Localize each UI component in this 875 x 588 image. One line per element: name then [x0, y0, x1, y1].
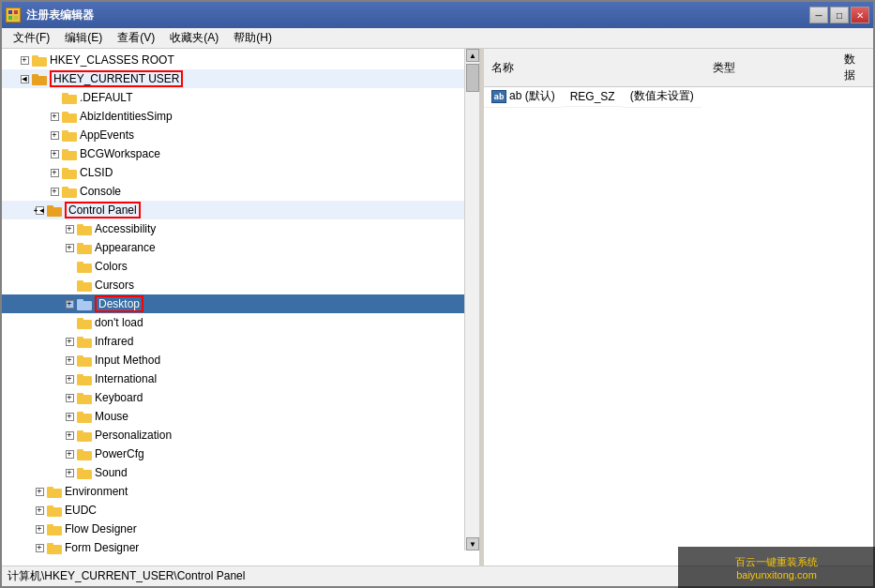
expand-keyboard[interactable]: + — [62, 390, 77, 405]
scroll-down[interactable]: ▼ — [466, 537, 479, 550]
tree-node-abiz[interactable]: + AbizIdentitiesSimp — [2, 107, 479, 126]
label-desktop: Desktop — [98, 297, 140, 310]
close-button[interactable]: ✕ — [851, 7, 869, 23]
tree-node-dontload[interactable]: don't load — [2, 313, 479, 332]
expand-console[interactable]: + — [47, 184, 62, 199]
tree-node-flowdesigner[interactable]: + Flow Designer — [2, 520, 479, 538]
svg-rect-45 — [77, 430, 83, 434]
label-default: .DEFAULT — [80, 91, 132, 104]
folder-icon-clsid — [62, 166, 77, 179]
scroll-thumb[interactable] — [466, 64, 479, 92]
tree-node-appevents[interactable]: + AppEvents — [2, 126, 479, 144]
expand-mouse[interactable]: + — [62, 409, 77, 424]
status-bar: 计算机\HKEY_CURRENT_USER\Control Panel 百云一键… — [2, 565, 873, 586]
svg-rect-33 — [77, 318, 83, 322]
menu-view[interactable]: 查看(V) — [110, 28, 162, 48]
tree-node-sound[interactable]: + Sound — [2, 463, 479, 482]
label-bcgworkspace: BCGWorkspace — [80, 147, 160, 160]
label-colors: Colors — [95, 260, 128, 273]
tree-panel[interactable]: + HKEY_CLASSES ROOT ◄ — [2, 49, 480, 565]
tree-node-hkey-classes-root[interactable]: + HKEY_CLASSES ROOT — [2, 51, 479, 69]
tree-node-keyboard[interactable]: + Keyboard — [2, 388, 479, 407]
label-control-panel: Control Panel — [68, 204, 137, 217]
folder-icon-bcgworkspace — [62, 147, 77, 160]
folder-icon-console — [62, 185, 77, 198]
expand-bcgworkspace[interactable]: + — [47, 146, 62, 161]
expand-abiz[interactable]: + — [47, 109, 62, 124]
folder-icon-sound — [77, 466, 92, 479]
svg-rect-11 — [62, 112, 68, 115]
minimize-button[interactable]: ─ — [809, 7, 828, 23]
scroll-up[interactable]: ▲ — [466, 49, 479, 62]
table-row[interactable]: ab ab (默认) REG_SZ (数值未设置) — [484, 87, 705, 106]
reg-val-ab-icon: ab — [491, 90, 506, 103]
label-console: Console — [80, 185, 121, 198]
tree-node-powercfg[interactable]: + PowerCfg — [2, 445, 479, 463]
status-text: 计算机\HKEY_CURRENT_USER\Control Panel — [8, 568, 245, 584]
tree-node-desktop[interactable]: + Desktop — [2, 294, 479, 313]
expand-appevents[interactable]: + — [47, 128, 62, 143]
svg-rect-31 — [77, 299, 83, 303]
expand-flowdesigner[interactable]: + — [32, 521, 47, 536]
folder-icon-international — [77, 372, 92, 385]
row-name: ab ab (默认) — [484, 85, 563, 108]
expand-control-panel[interactable]: +◄ — [32, 203, 47, 218]
expand-international[interactable]: + — [62, 371, 77, 386]
expand-environment[interactable]: + — [32, 484, 47, 499]
tree-node-appearance[interactable]: + Appearance — [2, 238, 479, 257]
right-panel: 名称 类型 数据 ab ab (默认) REG_SZ (数值未设置) — [484, 49, 873, 565]
tree-node-control-panel[interactable]: +◄ Control Panel — [2, 201, 479, 219]
label-keyboard: Keyboard — [95, 391, 143, 404]
expand-clsid[interactable]: + — [47, 165, 62, 180]
tree-node-inputmethod[interactable]: + Input Method — [2, 351, 479, 369]
folder-icon-powercfg — [77, 447, 92, 460]
expand-powercfg[interactable]: + — [62, 446, 77, 461]
tree-node-default[interactable]: .DEFAULT — [2, 88, 479, 107]
svg-rect-1 — [14, 10, 18, 14]
expand-infrared[interactable]: + — [62, 334, 77, 349]
expand-sound[interactable]: + — [62, 465, 77, 480]
tree-node-international[interactable]: + International — [2, 369, 479, 388]
tree-node-cursors[interactable]: Cursors — [2, 276, 479, 294]
tree-node-console[interactable]: + Console — [2, 182, 479, 201]
menu-favorites[interactable]: 收藏夹(A) — [162, 28, 226, 48]
tree-node-personalization[interactable]: + Personalization — [2, 426, 479, 445]
tree-node-environment[interactable]: + Environment — [2, 482, 479, 501]
folder-icon-personalization — [77, 429, 92, 442]
menu-edit[interactable]: 编辑(E) — [57, 28, 110, 48]
expand-hkey-current-user[interactable]: ◄ — [17, 71, 32, 86]
expand-inputmethod[interactable]: + — [62, 353, 77, 368]
registry-editor-window: 注册表编辑器 ─ □ ✕ 文件(F) 编辑(E) 查看(V) 收藏夹(A) 帮助… — [0, 0, 875, 588]
tree-node-hkey-current-user[interactable]: ◄ HKEY_CURRENT USER — [2, 69, 479, 88]
expand-hkey-classes-root[interactable]: + — [17, 53, 32, 68]
expand-formdesigner[interactable]: + — [32, 540, 47, 555]
menu-file[interactable]: 文件(F) — [6, 28, 57, 48]
tree-node-infrared[interactable]: + Infrared — [2, 332, 479, 351]
tree-node-formdesigner[interactable]: + Form Designer — [2, 538, 479, 557]
label-hkey-current-user: HKEY_CURRENT USER — [53, 72, 179, 85]
hkey-current-user-highlight: HKEY_CURRENT USER — [50, 70, 183, 87]
svg-rect-0 — [8, 10, 12, 14]
svg-rect-2 — [8, 16, 12, 20]
tree-node-mouse[interactable]: + Mouse — [2, 407, 479, 426]
tree-scrollbar[interactable]: ▲ ▼ — [464, 49, 479, 550]
maximize-button[interactable]: □ — [830, 7, 849, 23]
window-title: 注册表编辑器 — [26, 8, 94, 23]
expand-personalization[interactable]: + — [62, 428, 77, 443]
menu-help[interactable]: 帮助(H) — [226, 28, 279, 48]
expand-accessibility[interactable]: + — [62, 221, 77, 236]
tree-node-accessibility[interactable]: + Accessibility — [2, 219, 479, 238]
label-accessibility: Accessibility — [95, 222, 156, 235]
folder-icon-formdesigner — [47, 541, 62, 554]
row-data: (数值未设置) — [623, 85, 702, 108]
tree-node-bcgworkspace[interactable]: + BCGWorkspace — [2, 144, 479, 163]
folder-icon-default — [62, 91, 77, 104]
expand-desktop[interactable]: + — [62, 296, 77, 311]
tree-node-colors[interactable]: Colors — [2, 257, 479, 276]
svg-rect-7 — [32, 74, 38, 78]
expand-appearance[interactable]: + — [62, 240, 77, 255]
tree-node-eudc[interactable]: + EUDC — [2, 501, 479, 520]
tree-node-clsid[interactable]: + CLSID — [2, 163, 479, 182]
expand-eudc[interactable]: + — [32, 503, 47, 518]
svg-rect-43 — [77, 412, 83, 415]
